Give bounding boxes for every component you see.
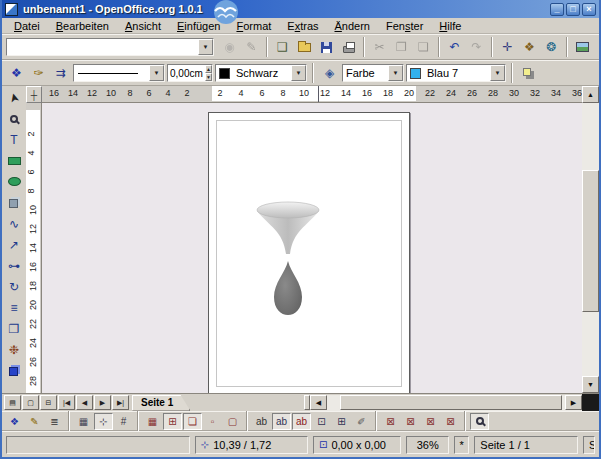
pen-icon[interactable]: ✑ — [28, 63, 49, 83]
placeholder-object-icon[interactable]: ⊠ — [441, 413, 460, 430]
previous-page-icon[interactable]: ◀ — [76, 395, 93, 410]
line-width-value[interactable]: 0,00cm — [168, 68, 205, 79]
menu-item-datei[interactable]: Datei — [6, 19, 48, 33]
gallery-icon[interactable] — [572, 37, 593, 57]
zoom-select-icon[interactable] — [470, 413, 489, 430]
dblclick-text-icon[interactable]: ab — [272, 413, 291, 430]
redo-icon[interactable]: ↷ — [466, 37, 487, 57]
snap-to-margins-icon[interactable]: ⊞ — [163, 413, 182, 430]
paste-icon[interactable]: ❏ — [413, 37, 434, 57]
line-width-spinner[interactable]: 0,00cm ▲ ▼ — [167, 64, 213, 82]
master-mode-icon[interactable]: ▢ — [22, 395, 39, 410]
stop-icon[interactable]: ◉ — [219, 37, 240, 57]
line-color-value[interactable]: Schwarz — [233, 67, 291, 79]
drawing-canvas[interactable] — [42, 103, 582, 393]
horizontal-scroll-track[interactable] — [327, 395, 565, 410]
last-page-icon[interactable]: ▶| — [112, 395, 129, 410]
arrange-icon[interactable]: ❐ — [3, 318, 25, 339]
status-page-style-field[interactable]: Standard — [583, 436, 595, 454]
spin-up-icon[interactable]: ▲ — [205, 65, 212, 73]
rectangle-icon[interactable] — [3, 150, 25, 171]
quick-edit-icon[interactable]: ✎ — [25, 413, 44, 430]
status-zoom-field[interactable]: 36% — [406, 436, 449, 454]
stylist-icon[interactable]: ❖ — [519, 37, 540, 57]
quick-text-edit-icon[interactable]: ab — [252, 413, 271, 430]
menu-item-hilfe[interactable]: Hilfe — [431, 19, 469, 33]
funnel-rim[interactable] — [257, 202, 319, 218]
line-style-arrow-icon[interactable]: ▼ — [149, 65, 164, 81]
fill-can-icon[interactable]: ◈ — [319, 63, 340, 83]
fill-style-arrow-icon[interactable]: ▼ — [388, 65, 403, 81]
vertical-scroll-thumb[interactable] — [582, 170, 599, 312]
vertical-ruler[interactable]: 246810121416182022242628 — [26, 103, 42, 393]
open-folder-icon[interactable] — [294, 37, 315, 57]
show-grid-icon[interactable]: ▦ — [74, 413, 93, 430]
ellipse-icon[interactable] — [3, 171, 25, 192]
fill-color-value[interactable]: Blau 7 — [424, 67, 490, 79]
teardrop-3d[interactable] — [274, 261, 302, 315]
zoom-icon[interactable] — [3, 108, 25, 129]
select-text-area-icon[interactable]: ≣ — [45, 413, 64, 430]
large-handles-icon[interactable]: ⊞ — [332, 413, 351, 430]
menu-item-ansicht[interactable]: Ansicht — [117, 19, 169, 33]
spin-down-icon[interactable]: ▼ — [205, 73, 212, 81]
edit-file-icon[interactable]: ✎ — [241, 37, 262, 57]
menu-item-fenster[interactable]: Fenster — [378, 19, 431, 33]
hyperlink-icon[interactable]: ❂ — [541, 37, 562, 57]
snap-to-guides-icon[interactable]: ▦ — [143, 413, 162, 430]
page-tab[interactable]: Seite 1 — [132, 395, 190, 411]
controller-3d-icon[interactable] — [3, 360, 25, 381]
rotate-icon[interactable]: ↻ — [3, 276, 25, 297]
alignment-icon[interactable]: ≡ — [3, 297, 25, 318]
hourglass-drawing[interactable] — [238, 198, 338, 318]
line-style-dropdown[interactable]: ▼ — [73, 64, 165, 82]
fill-color-dropdown[interactable]: Blau 7 ▼ — [406, 64, 506, 82]
cut-icon[interactable]: ✂ — [369, 37, 390, 57]
show-guides-icon[interactable]: # — [114, 413, 133, 430]
placeholder-contour-icon[interactable]: ⊠ — [401, 413, 420, 430]
paintbrush-icon[interactable]: ✐ — [352, 413, 371, 430]
menu-item-ndern[interactable]: Ändern — [327, 19, 378, 33]
scroll-up-icon[interactable]: ▲ — [582, 86, 599, 103]
fill-style-value[interactable]: Farbe — [343, 67, 388, 79]
load-url-combobox[interactable]: ▼ — [6, 38, 214, 56]
snap-to-grid-icon[interactable]: ⊹ — [94, 413, 113, 430]
lines-arrows-icon[interactable]: ↗ — [3, 234, 25, 255]
horizontal-scrollbar[interactable]: ◀ ▶ — [310, 395, 582, 411]
fill-style-dropdown[interactable]: Farbe ▼ — [342, 64, 404, 82]
fill-color-arrow-icon[interactable]: ▼ — [490, 65, 505, 81]
snap-to-border-icon[interactable]: ❏ — [183, 413, 202, 430]
shadow-icon[interactable] — [518, 63, 539, 83]
first-page-icon[interactable]: |◀ — [58, 395, 75, 410]
line-color-arrow-icon[interactable]: ▼ — [291, 65, 306, 81]
simple-handles-icon[interactable]: ⊡ — [312, 413, 331, 430]
layer-mode-icon[interactable]: ⊟ — [40, 395, 57, 410]
vertical-scroll-track[interactable] — [582, 103, 599, 376]
save-icon[interactable] — [316, 37, 337, 57]
snap-to-points-icon[interactable]: ▫ — [203, 413, 222, 430]
scroll-right-icon[interactable]: ▶ — [565, 395, 582, 410]
close-button[interactable]: × — [582, 3, 596, 16]
minimize-button[interactable]: _ — [550, 3, 564, 16]
next-page-icon[interactable]: ▶ — [94, 395, 111, 410]
menu-item-extras[interactable]: Extras — [279, 19, 326, 33]
horizontal-scroll-thumb[interactable] — [340, 395, 562, 410]
page-mode-icon[interactable]: ▤ — [4, 395, 21, 410]
scroll-left-icon[interactable]: ◀ — [310, 395, 327, 410]
select-icon[interactable]: ➤ — [3, 87, 25, 108]
vertical-scrollbar[interactable]: ▼ — [582, 103, 599, 393]
effects-icon[interactable]: ❉ — [3, 339, 25, 360]
print-icon[interactable] — [338, 37, 359, 57]
menu-item-bearbeiten[interactable]: Bearbeiten — [48, 19, 117, 33]
connector-icon[interactable]: ⊶ — [3, 255, 25, 276]
ruler-origin-corner[interactable]: ┼ — [26, 86, 42, 103]
modify-text-icon[interactable]: ab — [292, 413, 311, 430]
scroll-down-icon[interactable]: ▼ — [582, 376, 599, 393]
url-dropdown-arrow-icon[interactable]: ▼ — [198, 39, 213, 55]
undo-icon[interactable]: ↶ — [444, 37, 465, 57]
text-icon[interactable]: T — [3, 129, 25, 150]
arrow-ends-icon[interactable]: ⇉ — [50, 63, 71, 83]
objects-3d-icon[interactable] — [3, 192, 25, 213]
line-color-dropdown[interactable]: Schwarz ▼ — [215, 64, 307, 82]
edit-points-icon[interactable]: ❖ — [6, 63, 27, 83]
